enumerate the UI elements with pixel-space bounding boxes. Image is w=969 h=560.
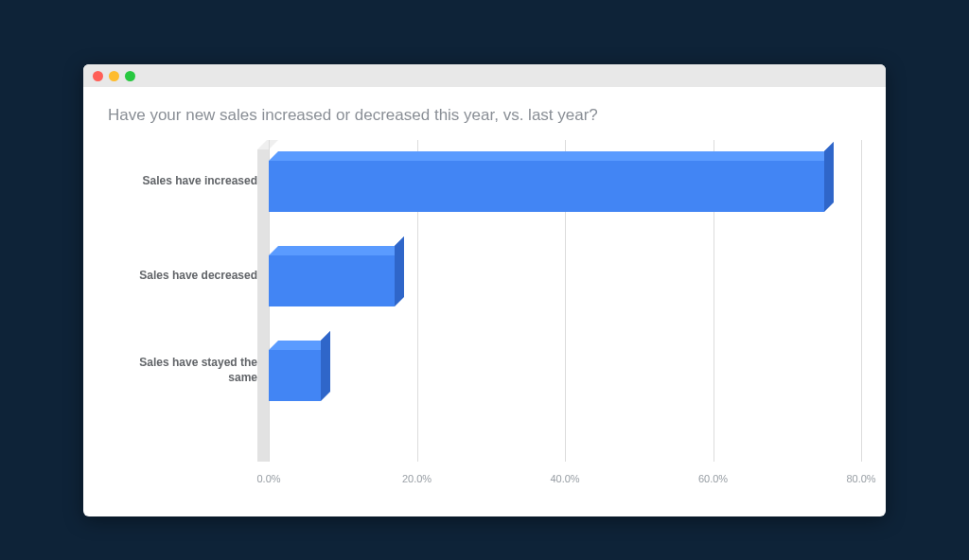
x-tick-label: 60.0% (698, 473, 728, 484)
bar-face (269, 350, 321, 401)
bar-face (269, 255, 395, 306)
bar-top-face (269, 246, 404, 255)
bar-top-face (269, 151, 834, 161)
zoom-icon[interactable] (125, 71, 135, 81)
y-category-label: Sales have decreased (108, 269, 269, 284)
minimize-icon[interactable] (109, 71, 119, 81)
window-content: Have your new sales increased or decreas… (83, 87, 886, 509)
app-window: Have your new sales increased or decreas… (83, 64, 886, 516)
chart-area: 0.0%20.0%40.0%60.0%80.0%Sales have incre… (108, 140, 861, 499)
close-icon[interactable] (93, 71, 103, 81)
bar-side-face (824, 142, 834, 212)
x-tick-label: 0.0% (256, 473, 280, 484)
bar-side-face (321, 331, 330, 401)
y-category-label: Sales have increased (108, 174, 269, 189)
chart-plot: 0.0%20.0%40.0%60.0%80.0%Sales have incre… (269, 140, 861, 462)
x-tick-label: 40.0% (550, 473, 579, 484)
gridline (861, 140, 862, 462)
window-titlebar (83, 64, 886, 87)
x-tick-label: 80.0% (846, 473, 875, 484)
bar-face (269, 161, 824, 212)
x-tick-label: 20.0% (402, 473, 432, 484)
chart-title: Have your new sales increased or decreas… (108, 106, 861, 125)
y-category-label: Sales have stayed the same (108, 356, 269, 385)
bar-side-face (395, 236, 404, 306)
